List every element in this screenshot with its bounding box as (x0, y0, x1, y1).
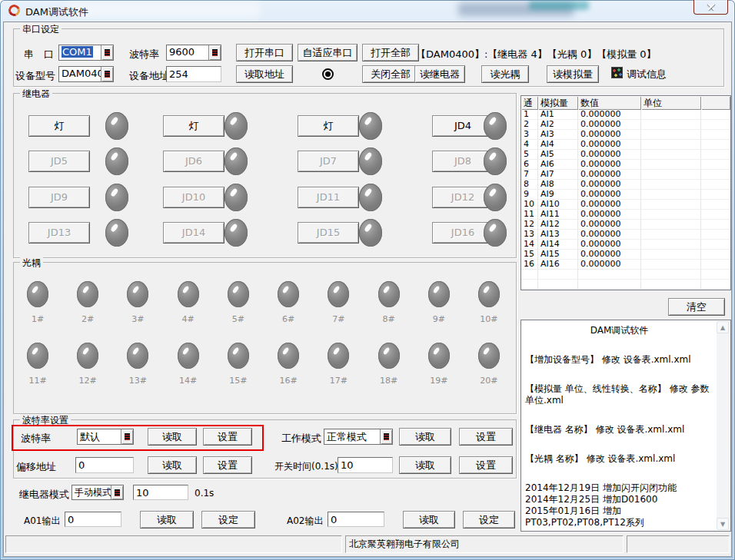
table-cell (641, 220, 701, 230)
client-area: 串口设定 串 口 COM1 波特率 9600 打开串口 自适应串口 打开全部 【… (3, 22, 732, 557)
combo-dropdown-button[interactable] (380, 429, 392, 444)
table-cell (701, 180, 730, 190)
opto-led-18 (378, 343, 400, 369)
switch-time-read-button[interactable]: 读取 (399, 456, 451, 474)
a02-output-input[interactable] (328, 512, 384, 527)
read-opto-button[interactable]: 读光耦 (481, 65, 529, 83)
a02-read-button[interactable]: 读取 (403, 511, 455, 529)
relay-mode-time-input[interactable] (133, 485, 188, 500)
table-row[interactable]: 5AI50.000000 (521, 150, 730, 160)
baud-set-button[interactable]: 设置 (203, 428, 252, 446)
relay-button-6[interactable]: JD6 (163, 151, 224, 172)
switch-time-set-button[interactable]: 设置 (459, 456, 513, 474)
switch-time-input[interactable] (338, 457, 393, 473)
table-cell: 0.000000 (578, 260, 641, 270)
table-header-cell: 单位 (641, 96, 701, 110)
table-cell: AI10 (538, 200, 578, 210)
table-cell (701, 150, 730, 160)
table-row[interactable]: 7AI70.000000 (521, 170, 730, 180)
table-cell (538, 270, 578, 280)
a01-read-button[interactable]: 读取 (140, 511, 194, 529)
table-cell (701, 250, 730, 260)
table-row[interactable]: 6AI60.000000 (521, 160, 730, 170)
offset-set-button[interactable]: 设置 (203, 456, 252, 474)
table-row[interactable]: 3AI30.000000 (521, 130, 730, 140)
table-cell (641, 280, 701, 290)
a01-output-input[interactable] (65, 512, 121, 527)
table-row[interactable]: 8AI80.000000 (521, 180, 730, 190)
opto-led-1 (27, 281, 48, 307)
close-button[interactable] (693, 0, 728, 15)
combo-dropdown-button[interactable] (111, 485, 123, 499)
scroll-down-icon[interactable]: ▼ (717, 518, 729, 530)
relay-button-7[interactable]: JD7 (298, 151, 359, 172)
relay-button-11[interactable]: JD11 (298, 187, 359, 208)
opto-channel-5: 5# (225, 281, 251, 324)
table-row[interactable]: 2AI20.000000 (521, 120, 730, 130)
table-row[interactable]: 12AI120.000000 (521, 220, 730, 230)
clear-button[interactable]: 清空 (668, 298, 725, 316)
work-mode-select[interactable]: 正常模式 (324, 429, 393, 445)
opto-led-17 (328, 343, 349, 369)
work-mode-read-button[interactable]: 读取 (399, 428, 451, 446)
offset-read-button[interactable]: 读取 (148, 456, 197, 474)
a02-set-button[interactable]: 设定 (463, 511, 515, 529)
relay-button-1[interactable]: 灯 (28, 115, 90, 137)
combo-dropdown-button[interactable] (208, 45, 221, 60)
work-mode-set-button[interactable]: 设置 (459, 428, 513, 446)
table-row[interactable]: 13AI130.000000 (521, 230, 730, 240)
a01-set-button[interactable]: 设定 (201, 511, 255, 529)
baud-select[interactable]: 9600 (166, 45, 221, 61)
table-row[interactable]: 10AI100.000000 (521, 200, 730, 210)
relay-button-15[interactable]: JD15 (298, 222, 359, 244)
opto-led-13 (127, 343, 148, 369)
relay-button-3[interactable]: 灯 (298, 115, 359, 137)
table-cell: 0.000000 (578, 230, 641, 240)
table-cell: 0.000000 (578, 130, 641, 140)
read-analog-button[interactable]: 读模拟量 (547, 65, 599, 83)
read-addr-button[interactable]: 读取地址 (236, 65, 293, 83)
relay-button-10[interactable]: JD10 (163, 187, 224, 208)
table-row[interactable] (521, 280, 730, 290)
table-cell (701, 160, 730, 170)
adaptive-serial-button[interactable]: 自适应串口 (298, 44, 358, 61)
table-cell: 4 (521, 140, 538, 150)
open-all-button[interactable]: 打开全部 (362, 44, 419, 61)
open-serial-button[interactable]: 打开串口 (236, 44, 293, 61)
scrollbar[interactable]: ▲ ▼ (717, 321, 730, 530)
table-row[interactable]: 11AI110.000000 (521, 210, 730, 220)
table-row[interactable] (521, 270, 730, 280)
baud-setting-select[interactable]: 默认 (77, 429, 134, 445)
table-cell (641, 210, 701, 220)
device-model-select[interactable]: DAM0400 (58, 66, 114, 82)
table-cell: 3 (521, 130, 538, 140)
relay-button-9[interactable]: JD9 (28, 187, 90, 208)
table-header-cell (701, 96, 730, 110)
combo-dropdown-button[interactable] (121, 429, 133, 444)
relay-button-13[interactable]: JD13 (28, 222, 90, 244)
table-row[interactable]: 1AI10.000000 (521, 110, 730, 120)
table-cell (641, 170, 701, 180)
combo-dropdown-button[interactable] (101, 45, 113, 60)
relay-button-14[interactable]: JD14 (163, 222, 224, 244)
table-cell: 16 (521, 260, 538, 270)
read-relay-button[interactable]: 读继电器 (414, 65, 465, 83)
combo-dropdown-button[interactable] (101, 67, 113, 81)
com-port-select[interactable]: COM1 (58, 45, 114, 61)
offset-addr-input[interactable] (75, 457, 134, 473)
table-row[interactable]: 14AI140.000000 (521, 240, 730, 250)
close-all-button[interactable]: 关闭全部 (362, 65, 419, 83)
device-addr-input[interactable] (166, 66, 221, 82)
baud-read-button[interactable]: 读取 (148, 428, 197, 446)
table-row[interactable]: 15AI150.000000 (521, 250, 730, 260)
relay-led-1 (105, 112, 128, 140)
opto-led-16 (278, 343, 299, 369)
relay-button-2[interactable]: 灯 (163, 115, 224, 137)
scroll-up-icon[interactable]: ▲ (717, 321, 729, 333)
table-row[interactable]: 16AI160.000000 (521, 260, 730, 270)
table-row[interactable]: 4AI40.000000 (521, 140, 730, 150)
relay-mode-select[interactable]: 手动模式 (72, 485, 124, 500)
relay-button-5[interactable]: JD5 (28, 151, 90, 172)
table-row[interactable]: 9AI90.000000 (521, 190, 730, 200)
table-header-cell: 通 (521, 96, 538, 110)
